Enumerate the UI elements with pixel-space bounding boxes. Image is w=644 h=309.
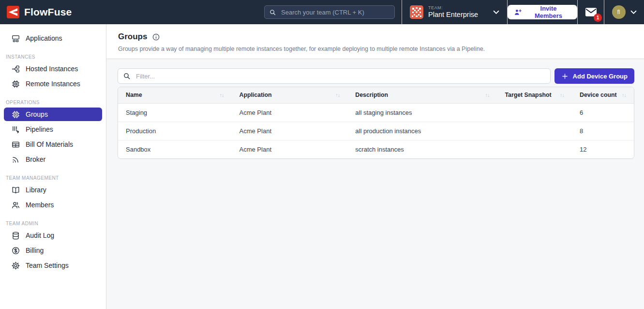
table-row[interactable]: Staging Acme Plant all staging instances…: [118, 103, 634, 122]
currency-dollar-icon: [11, 246, 20, 255]
table-row[interactable]: Production Acme Plant all production ins…: [118, 122, 634, 140]
sort-icon: ↑↓: [220, 92, 224, 98]
team-search-box[interactable]: [264, 5, 395, 19]
sidebar-item-hosted-instances[interactable]: Hosted Instances: [4, 62, 102, 76]
flowfuse-logo-icon: [7, 6, 19, 18]
column-label: Target Snapshot: [505, 92, 551, 98]
sidebar-item-remote-instances[interactable]: Remote Instances: [4, 77, 102, 91]
column-label: Name: [126, 92, 142, 98]
cell-description: all staging instances: [347, 103, 497, 122]
rss-icon: [11, 155, 20, 164]
sidebar-section-operations: OPERATIONS: [6, 100, 100, 105]
sidebar-item-groups[interactable]: Groups: [4, 108, 102, 121]
sidebar-item-label: Groups: [26, 110, 48, 118]
cell-description: scratch instances: [347, 140, 497, 158]
cell-device-count: 8: [572, 122, 634, 140]
user-menu[interactable]: fl: [604, 0, 644, 24]
sort-icon: ↑↓: [485, 92, 489, 98]
sidebar-section-team-admin: TEAM ADMIN: [6, 221, 100, 226]
cell-target-snapshot: [497, 103, 572, 122]
topbar: FlowFuse: [0, 0, 644, 24]
groups-table: Name↑↓ Application↑↓ Description↑↓ Targe…: [118, 87, 634, 159]
sidebar-section-instances: INSTANCES: [6, 54, 100, 60]
cell-application: Acme Plant: [232, 122, 348, 140]
sidebar-item-team-settings[interactable]: Team Settings: [4, 259, 102, 272]
sidebar-item-label: Remote Instances: [26, 80, 80, 88]
column-header-application[interactable]: Application↑↓: [232, 87, 348, 103]
cell-application: Acme Plant: [232, 140, 348, 158]
topbar-right: TEAM: Plant Enterprise Invite Members: [402, 0, 644, 24]
brand[interactable]: FlowFuse: [7, 0, 72, 24]
sidebar-item-billing[interactable]: Billing: [4, 244, 102, 257]
add-device-group-button[interactable]: Add Device Group: [554, 68, 634, 84]
sidebar-item-broker[interactable]: Broker: [4, 153, 102, 166]
team-name: Plant Enterprise: [428, 11, 478, 19]
gear-icon: [11, 261, 20, 270]
cell-device-count: 6: [572, 103, 634, 122]
filter-box[interactable]: [118, 68, 551, 84]
plus-icon: [561, 73, 569, 80]
invite-members-button[interactable]: Invite Members: [508, 5, 577, 19]
cell-description: all production instances: [347, 122, 497, 140]
sidebar: Applications INSTANCES Hosted Instances: [0, 24, 106, 309]
info-icon[interactable]: [152, 33, 160, 41]
sidebar-item-bill-of-materials[interactable]: Bill Of Materials: [4, 138, 102, 151]
team-text: TEAM: Plant Enterprise: [428, 5, 478, 19]
notification-badge: 1: [594, 14, 602, 22]
hosted-instances-icon: [11, 64, 20, 74]
pipelines-icon: [11, 125, 20, 134]
sidebar-item-pipelines[interactable]: Pipelines: [4, 123, 102, 136]
cell-device-count: 12: [572, 140, 634, 158]
cell-name: Staging: [118, 103, 232, 122]
sidebar-item-label: Applications: [26, 34, 62, 42]
sidebar-item-label: Library: [26, 186, 46, 194]
column-header-name[interactable]: Name↑↓: [118, 87, 232, 103]
notifications-button[interactable]: 1: [577, 0, 604, 24]
team-avatar: [410, 5, 423, 19]
column-label: Device count: [580, 92, 617, 98]
sidebar-item-library[interactable]: Library: [4, 183, 102, 197]
invite-section: Invite Members: [507, 0, 577, 24]
column-header-device-count[interactable]: Device count↑↓: [572, 87, 634, 103]
brand-name: FlowFuse: [24, 6, 72, 18]
cell-target-snapshot: [497, 140, 572, 158]
book-open-icon: [11, 185, 20, 195]
cell-name: Sandbox: [118, 140, 232, 158]
table-icon: [11, 140, 20, 149]
sidebar-item-members[interactable]: Members: [4, 198, 102, 212]
column-label: Description: [355, 92, 388, 98]
applications-icon: [11, 34, 20, 43]
table-header-row: Name↑↓ Application↑↓ Description↑↓ Targe…: [118, 87, 634, 103]
search-icon: [269, 9, 276, 16]
search-icon: [123, 72, 131, 80]
sidebar-section-team-management: TEAM MANAGEMENT: [6, 175, 100, 181]
sidebar-item-label: Members: [26, 201, 54, 209]
team-selector[interactable]: TEAM: Plant Enterprise: [402, 0, 507, 24]
database-icon: [11, 231, 20, 240]
chevron-down-icon: [493, 10, 499, 15]
page-title: Groups: [118, 32, 147, 42]
toolbar: Add Device Group: [118, 68, 634, 84]
chevron-down-icon: [630, 10, 637, 15]
page-description: Groups provide a way of managing multipl…: [118, 46, 632, 52]
sidebar-item-label: Audit Log: [26, 232, 54, 239]
main-content: Groups Groups provide a way of managing …: [106, 24, 644, 309]
user-plus-icon: [514, 8, 522, 16]
sidebar-item-applications[interactable]: Applications: [4, 31, 102, 45]
filter-input[interactable]: [135, 72, 545, 80]
invite-members-label: Invite Members: [526, 5, 571, 19]
sort-icon: ↑↓: [622, 92, 626, 98]
avatar: fl: [612, 5, 626, 19]
sidebar-item-label: Bill Of Materials: [26, 140, 73, 148]
column-header-target-snapshot[interactable]: Target Snapshot↑↓: [497, 87, 572, 103]
sidebar-item-label: Billing: [26, 247, 44, 254]
sidebar-item-label: Hosted Instances: [26, 65, 78, 73]
table-row[interactable]: Sandbox Acme Plant scratch instances 12: [118, 140, 634, 158]
groups-icon: [11, 110, 20, 119]
column-header-description[interactable]: Description↑↓: [347, 87, 497, 103]
team-search-input[interactable]: [280, 8, 390, 16]
sidebar-item-audit-log[interactable]: Audit Log: [4, 229, 102, 242]
users-icon: [11, 201, 20, 210]
sidebar-item-label: Pipelines: [26, 125, 53, 133]
sort-icon: ↑↓: [560, 92, 564, 98]
